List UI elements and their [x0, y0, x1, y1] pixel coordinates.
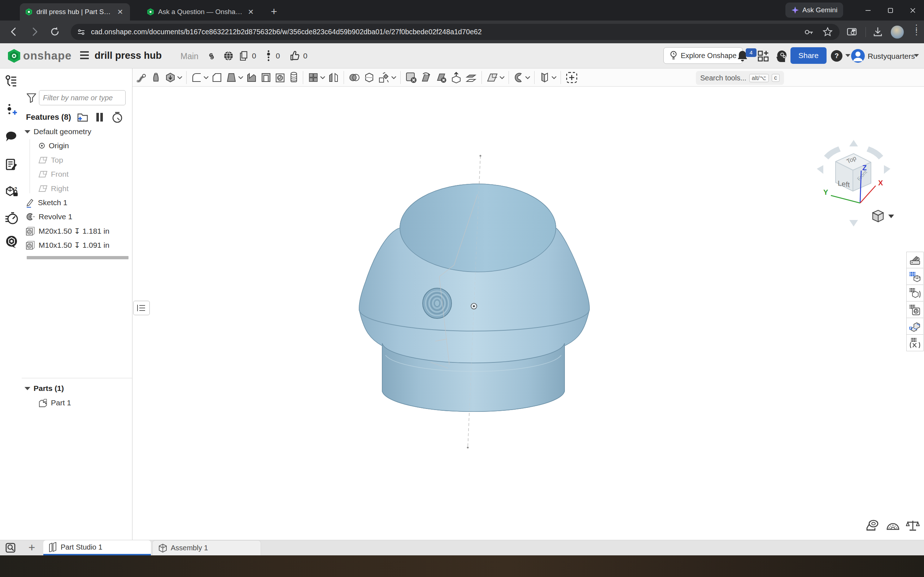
new-tab-button[interactable]: + — [268, 6, 280, 18]
thread-icon[interactable] — [289, 71, 299, 84]
shell-icon[interactable] — [260, 72, 272, 83]
suppress-pause-icon[interactable] — [95, 112, 104, 122]
document-title[interactable]: drill press hub — [95, 50, 162, 61]
draft-menu-chevron-icon[interactable] — [238, 76, 244, 79]
share-button[interactable]: Share — [790, 47, 827, 64]
filter-icon[interactable] — [26, 92, 37, 103]
view-cube[interactable]: Top Left Front Z X Y — [813, 137, 903, 236]
maximize-button[interactable] — [879, 0, 901, 21]
tree-item-top-plane[interactable]: Top — [38, 154, 63, 166]
browser-tab-part-studio[interactable]: drill press hub | Part Studio 1 ✕ — [20, 3, 130, 21]
close-tab-icon[interactable]: ✕ — [246, 7, 255, 16]
sweep-icon[interactable] — [136, 72, 147, 83]
browser-profile-avatar[interactable] — [891, 26, 904, 39]
tree-item-default-geometry[interactable]: Default geometry — [24, 126, 91, 138]
delete-part-icon[interactable] — [405, 71, 417, 84]
surface-menu-chevron-icon[interactable] — [551, 76, 557, 79]
user-menu-caret-icon[interactable] — [914, 54, 919, 57]
fillet-menu-chevron-icon[interactable] — [203, 76, 209, 79]
user-name[interactable]: Rustyquarters — [868, 52, 915, 61]
performance-icon[interactable] — [5, 211, 18, 225]
reload-button[interactable] — [49, 26, 61, 37]
search-tools-box[interactable]: Search tools... alt/⌥ c — [696, 71, 784, 85]
add-element-button[interactable]: + — [25, 541, 38, 554]
panel-collapse-handle[interactable] — [133, 301, 150, 315]
comments-icon[interactable] — [5, 131, 18, 143]
forward-button[interactable] — [29, 26, 40, 37]
help-caret-icon[interactable] — [845, 54, 850, 57]
configured-features-button[interactable] — [906, 285, 924, 301]
downloads-icon[interactable] — [872, 26, 884, 38]
configuration-panel-button[interactable] — [906, 268, 924, 285]
origin-marker[interactable] — [471, 303, 477, 309]
mirror-icon[interactable] — [328, 72, 339, 83]
part-top-face[interactable] — [400, 184, 556, 272]
tree-item-right-plane[interactable]: Right — [38, 182, 69, 195]
versions-icon[interactable] — [266, 50, 271, 62]
password-key-icon[interactable] — [803, 27, 814, 37]
hole-icon[interactable] — [275, 72, 286, 83]
address-bar[interactable]: cad.onshape.com/documents/b167ce8632212b… — [71, 24, 840, 40]
surface-icon[interactable] — [539, 71, 551, 84]
tree-item-sketch1[interactable]: Sketch 1 — [25, 197, 68, 209]
delete-face-icon[interactable] — [435, 72, 447, 83]
transform-menu-chevron-icon[interactable] — [391, 76, 397, 79]
replace-face-icon[interactable] — [420, 72, 432, 83]
collapse-chevron-icon[interactable] — [24, 130, 30, 134]
view-mode-button[interactable] — [873, 210, 894, 222]
explore-onshape-button[interactable]: Explore Onshape — [663, 47, 743, 64]
rib-icon[interactable] — [246, 72, 257, 83]
help-button[interactable]: ? — [831, 50, 842, 62]
transform-icon[interactable] — [378, 71, 390, 84]
split-icon[interactable] — [363, 72, 375, 83]
move-face-icon[interactable] — [451, 71, 462, 84]
onshape-logo[interactable] — [6, 48, 22, 63]
loft-icon[interactable] — [150, 72, 162, 83]
linear-pattern-icon[interactable] — [307, 72, 319, 83]
user-avatar[interactable] — [851, 49, 865, 63]
versions-history-icon[interactable] — [5, 103, 18, 117]
element-search-icon[interactable] — [5, 542, 17, 554]
tree-item-part1[interactable]: Part 1 — [38, 397, 71, 409]
thicken-menu-chevron-icon[interactable] — [177, 76, 183, 79]
threaded-hole[interactable] — [423, 288, 452, 318]
close-tab-icon[interactable]: ✕ — [115, 7, 125, 16]
view-mode-caret-icon[interactable] — [888, 214, 894, 218]
apps-grid-icon[interactable] — [757, 50, 769, 62]
add-folder-icon[interactable] — [76, 112, 89, 122]
appearance-panel-button[interactable] — [906, 252, 924, 268]
back-button[interactable] — [8, 26, 19, 37]
browser-tab-ask-question[interactable]: Ask a Question — Onshape ✕ — [142, 3, 261, 21]
tree-item-origin[interactable]: Origin — [38, 140, 69, 152]
offset-surface-icon[interactable] — [465, 72, 477, 83]
browser-menu-icon[interactable]: ⋮⋮ — [913, 26, 918, 34]
mass-properties-icon[interactable] — [906, 519, 920, 532]
curve-menu-chevron-icon[interactable] — [525, 76, 531, 79]
tree-item-front-plane[interactable]: Front — [38, 168, 69, 180]
tab-part-studio-1[interactable]: Part Studio 1 — [43, 540, 151, 555]
hole-table-button[interactable] — [906, 301, 924, 318]
tree-item-tapped-hole-m10[interactable]: M10x1.50 ↧ 1.091 in — [25, 239, 109, 251]
like-icon[interactable] — [289, 50, 300, 62]
boolean-icon[interactable] — [348, 72, 360, 83]
tree-horizontal-scrollbar[interactable] — [27, 256, 129, 259]
graphics-viewport[interactable]: Top Left Front Z X Y — [133, 87, 924, 540]
site-info-icon[interactable] — [76, 27, 86, 37]
bookmark-star-icon[interactable] — [822, 27, 833, 37]
rollback-icon[interactable] — [111, 111, 123, 123]
custom-feature-icon[interactable] — [565, 71, 578, 84]
tab-assembly-1[interactable]: Assembly 1 — [152, 540, 261, 555]
minimize-button[interactable] — [857, 0, 879, 21]
pattern-menu-chevron-icon[interactable] — [320, 76, 326, 79]
public-globe-icon[interactable] — [223, 50, 234, 61]
fillet-icon[interactable] — [191, 72, 202, 83]
learning-center-icon[interactable] — [5, 235, 18, 249]
release-notes-icon[interactable] — [5, 158, 18, 171]
copies-icon[interactable] — [239, 50, 249, 61]
feature-list-icon[interactable] — [5, 74, 18, 87]
protractor-icon[interactable] — [886, 519, 900, 532]
parts-header-row[interactable]: Parts (1) — [24, 382, 64, 395]
filter-input[interactable] — [39, 90, 126, 105]
share-link-icon[interactable] — [207, 51, 216, 61]
thicken-icon[interactable] — [165, 72, 176, 83]
